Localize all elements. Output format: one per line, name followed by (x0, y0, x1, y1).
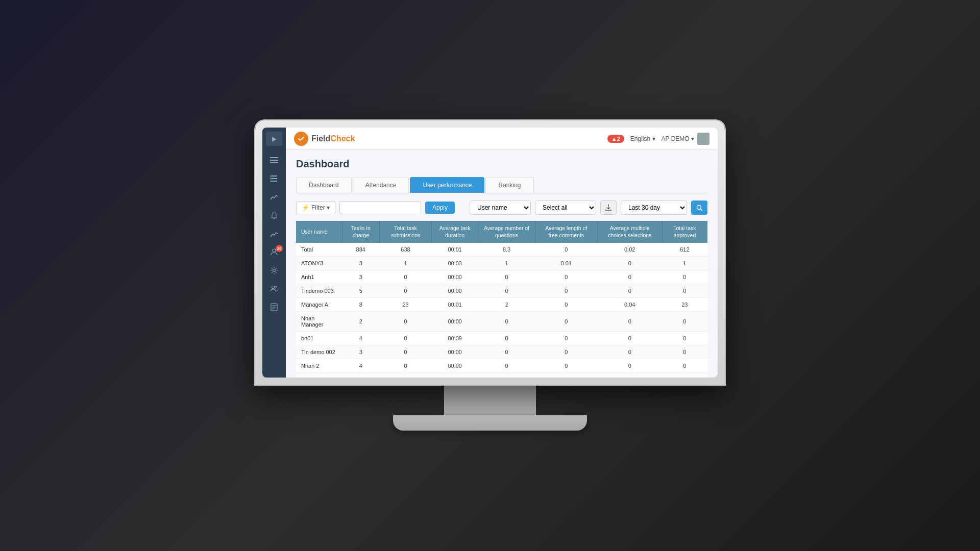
tab-dashboard[interactable]: Dashboard (296, 177, 352, 193)
page-title: Dashboard (296, 158, 707, 170)
brand: FieldCheck (294, 132, 355, 146)
cell-r4-c6: 0.04 (597, 298, 662, 312)
cell-r1-c1: 3 (342, 257, 379, 270)
svg-line-20 (700, 209, 702, 211)
select-all-dropdown[interactable]: Select all (535, 201, 596, 215)
sidebar-item-menu[interactable] (264, 152, 284, 168)
cell-r1-c6: 0 (597, 257, 662, 270)
cell-r6-c1: 4 (342, 332, 379, 345)
main-content: FieldCheck ▲2 English ▾ AP DEMO ▾ (286, 128, 718, 378)
cell-r3-c5: 0 (535, 284, 597, 298)
table-row: Nhan Manager2000:000000 (296, 312, 707, 332)
gear-icon (270, 266, 278, 274)
cell-r7-c6: 0 (597, 345, 662, 359)
sidebar-toggle-button[interactable]: ▶ (266, 132, 282, 146)
cell-r0-c4: 8.3 (478, 243, 535, 257)
cell-r3-c6: 0 (597, 284, 662, 298)
date-range-dropdown[interactable]: Last 30 day (621, 201, 687, 215)
page-content: Dashboard Dashboard Attendance User perf… (286, 150, 718, 378)
cell-r8-c7: 0 (662, 359, 707, 373)
tab-user-performance[interactable]: User performance (410, 177, 484, 193)
alert-badge[interactable]: ▲2 (607, 135, 624, 143)
sidebar-item-alerts[interactable] (264, 207, 284, 223)
brand-logo (294, 132, 308, 146)
cell-r1-c3: 00:03 (432, 257, 478, 270)
search-icon (696, 205, 703, 211)
cell-r4-c0: Manager A (296, 298, 342, 312)
chevron-right-icon: ▶ (272, 135, 277, 142)
sidebar-item-docs[interactable] (264, 299, 284, 315)
cell-r9-c1: 9 (342, 373, 379, 378)
cell-r9-c5: 0 (535, 373, 597, 378)
tab-ranking[interactable]: Ranking (485, 177, 533, 193)
download-button[interactable] (600, 201, 617, 215)
username-dropdown[interactable]: User name (470, 201, 531, 215)
cell-r7-c2: 0 (379, 345, 431, 359)
table-row: bn014000:090000 (296, 332, 707, 345)
table-row: ATONY33100:0310.0101 (296, 257, 707, 270)
table-row: Nhan 24000:000000 (296, 359, 707, 373)
sidebar-item-reports[interactable] (264, 189, 284, 205)
table-header-row: User name Tasks in charge Total task sub… (296, 221, 707, 243)
svg-point-11 (273, 269, 276, 272)
svg-rect-5 (272, 181, 277, 182)
cell-r4-c7: 23 (662, 298, 707, 312)
language-selector[interactable]: English ▾ (630, 135, 655, 142)
cell-r6-c4: 0 (478, 332, 535, 345)
cell-r9-c2: 0 (379, 373, 431, 378)
cell-r4-c5: 0 (535, 298, 597, 312)
team-icon (270, 285, 278, 293)
filter-bar: ⚡ Filter ▾ Apply User name S (296, 201, 707, 215)
topbar: FieldCheck ▲2 English ▾ AP DEMO ▾ (286, 128, 718, 150)
apply-button[interactable]: Apply (425, 202, 455, 214)
tab-attendance[interactable]: Attendance (353, 177, 409, 193)
cell-r8-c0: Nhan 2 (296, 359, 342, 373)
users-badge: 25 (276, 245, 283, 252)
cell-r5-c2: 0 (379, 312, 431, 332)
download-icon (605, 204, 612, 211)
cell-r1-c5: 0.01 (535, 257, 597, 270)
cell-r0-c0: Total (296, 243, 342, 257)
filter-button[interactable]: ⚡ Filter ▾ (296, 201, 335, 214)
cell-r7-c1: 3 (342, 345, 379, 359)
monitor-stand-base (393, 415, 587, 431)
sidebar-item-settings[interactable] (264, 262, 284, 279)
sidebar-item-team[interactable] (264, 281, 284, 297)
fieldcheck-logo-icon (297, 134, 306, 143)
table-row: Total88463800:018.300.02612 (296, 243, 707, 257)
sidebar-item-analytics[interactable] (264, 226, 284, 242)
cell-r2-c5: 0 (535, 270, 597, 284)
cell-r5-c3: 00:00 (432, 312, 478, 332)
cell-r2-c2: 0 (379, 270, 431, 284)
col-header-tasks: Tasks in charge (342, 221, 379, 243)
cell-r7-c4: 0 (478, 345, 535, 359)
cell-r0-c1: 884 (342, 243, 379, 257)
cell-r8-c3: 00:00 (432, 359, 478, 373)
svg-rect-9 (274, 218, 275, 219)
svg-point-12 (272, 286, 275, 289)
cell-r3-c0: Tindemo 003 (296, 284, 342, 298)
cell-r7-c7: 0 (662, 345, 707, 359)
cell-r6-c6: 0 (597, 332, 662, 345)
sidebar-item-users[interactable]: 25 (264, 244, 284, 260)
cell-r3-c1: 5 (342, 284, 379, 298)
cell-r3-c3: 00:00 (432, 284, 478, 298)
sidebar-item-list[interactable] (264, 170, 284, 187)
cell-r9-c0: Inventua 01 101319 (296, 373, 342, 378)
table-row: Manager A82300:01200.0423 (296, 298, 707, 312)
cell-r1-c2: 1 (379, 257, 431, 270)
filter-input[interactable] (339, 201, 421, 214)
document-icon (271, 303, 278, 311)
cell-r5-c4: 0 (478, 312, 535, 332)
search-button[interactable] (691, 201, 707, 215)
user-menu[interactable]: AP DEMO ▾ (662, 133, 709, 145)
cell-r9-c4: 0 (478, 373, 535, 378)
user-name: AP DEMO ▾ (662, 135, 694, 142)
cell-r5-c5: 0 (535, 312, 597, 332)
col-header-username: User name (296, 221, 342, 243)
svg-point-6 (271, 176, 272, 177)
col-header-submissions: Total task submissions (379, 221, 431, 243)
filter-label: Filter ▾ (311, 204, 330, 211)
data-table: User name Tasks in charge Total task sub… (296, 221, 707, 378)
svg-rect-4 (272, 178, 277, 179)
